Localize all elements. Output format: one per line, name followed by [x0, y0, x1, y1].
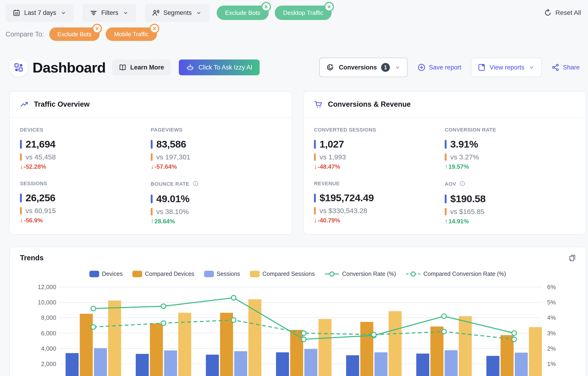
line-marker [512, 337, 516, 342]
cart-icon [314, 100, 323, 109]
stat-value: 26,256 [26, 192, 55, 204]
line-marker [231, 295, 236, 300]
bar [416, 354, 429, 376]
calendar-icon [12, 9, 21, 17]
left-axis-tick-label: 6,000 [41, 330, 56, 337]
date-range-button[interactable]: Last 7 days [6, 4, 74, 22]
filters-label: Filters [101, 9, 118, 17]
bar [515, 353, 528, 376]
legend-label: Compared Sessions [262, 270, 315, 277]
current-tick [151, 140, 153, 149]
metric-selector-label: Conversions [339, 64, 377, 71]
close-icon[interactable] [92, 24, 102, 33]
bar [164, 350, 177, 376]
bar [501, 335, 514, 376]
legend-item[interactable]: Devices [89, 270, 123, 277]
left-axis-tick-label: 10,000 [38, 299, 56, 306]
legend-line-marker [406, 271, 420, 277]
current-tick [445, 194, 447, 203]
chip-label: Exclude Bots [225, 9, 260, 17]
stat-aov: AOV $190.58 vs $165.85 ↑14.91% [445, 181, 576, 225]
compare-tick [20, 207, 22, 215]
bar [319, 319, 332, 376]
chip-label: Exclude Bots [58, 31, 92, 38]
view-reports-button[interactable]: View reports [471, 58, 542, 77]
segment-chip-desktop-traffic[interactable]: Desktop Traffic [275, 6, 332, 20]
close-icon[interactable] [149, 24, 159, 33]
stat-devices: DEVICES 21,694 vs 45,458 ↓-52.28% [20, 127, 151, 170]
bar [389, 311, 402, 376]
legend-label: Devices [102, 270, 123, 277]
stat-delta: ↓-40.79% [314, 216, 445, 224]
reset-icon [544, 9, 552, 17]
robot-icon [186, 64, 194, 71]
share-icon [551, 63, 560, 72]
chevron-down-icon [60, 9, 67, 16]
share-button[interactable]: Share [551, 63, 580, 72]
chevron-down-icon [122, 9, 129, 16]
compare-to-label: Compare To: [6, 31, 44, 38]
stat-compare-value: vs 3.27% [450, 153, 479, 161]
stat-label: CONVERTED SESSIONS [314, 127, 376, 133]
current-tick [314, 193, 316, 202]
legend-item[interactable]: Compared Sessions [250, 270, 315, 277]
save-report-button[interactable]: Save report [417, 63, 462, 72]
delta-arrow: ↓ [314, 163, 317, 170]
bar [430, 326, 443, 376]
left-axis-tick-label: 12,000 [38, 283, 56, 290]
chart-legend: DevicesCompared DevicesSessionsCompared … [10, 270, 586, 277]
delta-arrow: ↓ [20, 216, 23, 224]
card-title: Traffic Overview [34, 100, 90, 108]
stat-compare-value: vs 60,915 [26, 207, 56, 215]
segments-label: Segments [164, 9, 192, 17]
delta-arrow: ↑ [151, 217, 154, 225]
save-report-label: Save report [429, 64, 462, 71]
close-icon[interactable] [261, 2, 271, 12]
chevron-down-icon [394, 64, 401, 71]
compare-chip-mobile-traffic[interactable]: Mobile Traffic [106, 27, 157, 41]
share-label: Share [563, 64, 580, 71]
compare-tick [445, 208, 447, 215]
conversion-stats: CONVERTED SESSIONS 1,027 vs 1,993 ↓-48.4… [304, 118, 586, 225]
bar [445, 350, 458, 376]
stat-value: 1,027 [320, 139, 344, 150]
traffic-overview-card: Traffic Overview DEVICES 21,694 vs 45,45… [9, 91, 292, 235]
line-marker [301, 337, 306, 342]
bar [360, 322, 373, 376]
compare-chip-exclude-bots[interactable]: Exclude Bots [49, 27, 100, 41]
ask-izzy-ai-button[interactable]: Click To Ask Izzy AI [179, 60, 260, 75]
stat-revenue: REVENUE $195,724.49 vs $330,543.28 ↓-40.… [314, 181, 445, 225]
right-axis-tick-label: 2% [547, 345, 556, 352]
bookmark-icon [477, 63, 486, 72]
compare-tick [314, 207, 316, 215]
filters-button[interactable]: Filters [83, 4, 136, 22]
info-icon[interactable] [192, 181, 199, 188]
reset-all-label: Reset All [556, 9, 581, 17]
stat-label: SESSIONS [20, 181, 47, 187]
right-axis-tick-label: 3% [547, 330, 556, 337]
bar [108, 301, 121, 376]
learn-more-button[interactable]: Learn More [112, 60, 171, 75]
legend-item[interactable]: Compared Conversion Rate (%) [406, 270, 506, 277]
close-icon[interactable] [324, 2, 334, 12]
right-axis-tick-label: 5% [547, 299, 556, 306]
reset-all-button[interactable]: Reset All [544, 9, 581, 17]
bar [150, 323, 163, 376]
stat-value: 83,586 [156, 139, 186, 150]
stat-label: REVENUE [314, 181, 340, 187]
chip-label: Desktop Traffic [283, 9, 323, 17]
legend-item[interactable]: Conversion Rate (%) [325, 270, 396, 277]
legend-item[interactable]: Compared Devices [132, 270, 194, 277]
filter-icon [90, 9, 97, 17]
legend-item[interactable]: Sessions [204, 270, 240, 277]
legend-label: Sessions [217, 270, 240, 277]
segments-button[interactable]: Segments [145, 4, 210, 22]
info-icon[interactable] [459, 181, 465, 188]
bar [346, 355, 359, 376]
metric-selector-button[interactable]: Conversions 1 [319, 58, 408, 77]
dashboard-grid-icon [9, 58, 28, 77]
copy-icon[interactable] [568, 253, 576, 263]
stat-compare-value: vs $165.85 [450, 208, 484, 216]
segment-chip-exclude-bots[interactable]: Exclude Bots [217, 6, 269, 20]
header-actions: Conversions 1 Save report View reports S… [319, 58, 580, 77]
